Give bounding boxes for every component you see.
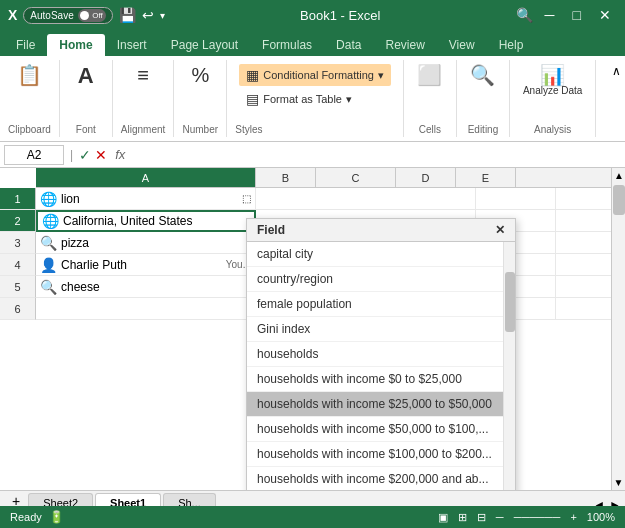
ribbon: 📋 Clipboard A Font ≡ Alignment % Number …: [0, 56, 625, 142]
cell-a2[interactable]: 🌐 California, United States: [36, 210, 256, 232]
formula-bar: A2 | ✓ ✕ fx: [0, 142, 625, 168]
cell-a3-icon: 🔍: [40, 235, 57, 251]
zoom-in-button[interactable]: +: [570, 511, 576, 523]
ribbon-group-clipboard: 📋 Clipboard: [0, 60, 60, 137]
search-icon[interactable]: 🔍: [516, 7, 533, 23]
cancel-icon[interactable]: ✕: [95, 147, 107, 163]
ribbon-group-alignment: ≡ Alignment: [113, 60, 174, 137]
cells-button[interactable]: ⬜: [412, 62, 448, 88]
dropdown-item-households-25k-50k[interactable]: households with income $25,000 to $50,00…: [247, 392, 515, 417]
conditional-formatting-label: Conditional Formatting: [263, 69, 374, 81]
status-bar: Ready 🔋 ▣ ⊞ ⊟ ─ ────── + 100%: [0, 506, 625, 528]
close-button[interactable]: ✕: [593, 5, 617, 25]
dropdown-item-capital-city[interactable]: capital city: [247, 242, 515, 267]
dropdown-item-households-100k-200k[interactable]: households with income $100,000 to $200.…: [247, 442, 515, 467]
dropdown-item-female-population[interactable]: female population: [247, 292, 515, 317]
number-button[interactable]: %: [182, 62, 218, 88]
zoom-level: 100%: [587, 511, 615, 523]
format-as-table-button[interactable]: ▤ Format as Table ▾: [239, 88, 391, 110]
cell-a5-icon: 🔍: [40, 279, 57, 295]
editing-label: Editing: [468, 122, 499, 135]
status-icon: 🔋: [49, 510, 64, 524]
zoom-slider[interactable]: ──────: [514, 511, 561, 523]
cell-a5[interactable]: 🔍 cheese: [36, 276, 256, 298]
check-icon[interactable]: ✓: [79, 147, 91, 163]
row-num-2: 2: [0, 210, 36, 232]
minimize-button[interactable]: ─: [539, 5, 561, 25]
tab-review[interactable]: Review: [373, 34, 436, 56]
dropdown-item-gini-index[interactable]: Gini index: [247, 317, 515, 342]
title-bar-right: 🔍 ─ □ ✕: [516, 5, 617, 25]
cell-a4-icon: 👤: [40, 257, 57, 273]
cell-a1[interactable]: 🌐 lion ⬚: [36, 188, 256, 210]
cell-a6[interactable]: [36, 298, 256, 320]
view-normal-icon[interactable]: ▣: [438, 511, 448, 524]
ribbon-collapse-button[interactable]: ∧: [612, 64, 621, 78]
ribbon-group-cells: ⬜ Cells: [404, 60, 457, 137]
dropdown-close-icon[interactable]: ✕: [495, 223, 505, 237]
tab-view[interactable]: View: [437, 34, 487, 56]
conditional-formatting-icon: ▦: [246, 67, 259, 83]
tab-page-layout[interactable]: Page Layout: [159, 34, 250, 56]
cell-a4[interactable]: 👤 Charlie Puth You...: [36, 254, 256, 276]
cell-b1[interactable]: [256, 188, 476, 210]
vertical-scrollbar[interactable]: ▲ ▼: [611, 168, 625, 490]
dropdown-item-households-0-25k[interactable]: households with income $0 to $25,000: [247, 367, 515, 392]
ribbon-group-styles: ▦ Conditional Formatting ▾ ▤ Format as T…: [227, 60, 404, 137]
styles-label: Styles: [235, 122, 262, 135]
status-left: Ready 🔋: [10, 510, 64, 524]
cell-a2-icon: 🌐: [42, 213, 59, 229]
conditional-formatting-button[interactable]: ▦ Conditional Formatting ▾: [239, 64, 391, 86]
dropdown-item-households-50k-100k[interactable]: households with income $50,000 to $100,.…: [247, 417, 515, 442]
col-header-c: C: [316, 168, 396, 187]
dropdown-item-households[interactable]: households: [247, 342, 515, 367]
undo-icon[interactable]: ↩: [142, 7, 154, 23]
restore-button[interactable]: □: [567, 5, 587, 25]
redo-chevron-icon[interactable]: ▾: [160, 10, 165, 21]
view-layout-icon[interactable]: ⊞: [458, 511, 467, 524]
alignment-icon: ≡: [137, 65, 149, 85]
clipboard-button[interactable]: 📋: [11, 62, 47, 88]
dropdown-scrollbar[interactable]: [503, 242, 515, 490]
tab-file[interactable]: File: [4, 34, 47, 56]
field-dropdown-panel[interactable]: Field ✕ capital city country/region fema…: [246, 218, 516, 490]
dropdown-item-households-200k-plus[interactable]: households with income $200,000 and ab..…: [247, 467, 515, 490]
ribbon-collapse-area: ∧: [608, 60, 625, 137]
view-break-icon[interactable]: ⊟: [477, 511, 486, 524]
dropdown-header-label: Field: [257, 223, 285, 237]
alignment-button[interactable]: ≡: [125, 62, 161, 88]
cells-label: Cells: [419, 122, 441, 135]
editing-icon: 🔍: [470, 65, 495, 85]
cell-a1-expand-icon[interactable]: ⬚: [242, 193, 251, 204]
font-label: Font: [76, 122, 96, 135]
save-icon[interactable]: 💾: [119, 7, 136, 23]
dropdown-list: capital city country/region female popul…: [247, 242, 515, 490]
tab-help[interactable]: Help: [487, 34, 536, 56]
cell-a1-icon: 🌐: [40, 191, 57, 207]
cell-reference-box[interactable]: A2: [4, 145, 64, 165]
scroll-up-arrow[interactable]: ▲: [612, 168, 625, 183]
scroll-down-arrow[interactable]: ▼: [612, 477, 625, 488]
title-bar-left: X AutoSave Off 💾 ↩ ▾: [8, 7, 165, 24]
editing-button[interactable]: 🔍: [465, 62, 501, 88]
cell-a5-value: cheese: [61, 280, 100, 294]
cell-a3[interactable]: 🔍 pizza: [36, 232, 256, 254]
title-bar-center: Book1 - Excel: [300, 8, 380, 23]
tab-data[interactable]: Data: [324, 34, 373, 56]
autosave-label: AutoSave: [30, 10, 73, 21]
column-headers: A B C D E: [36, 168, 625, 188]
dropdown-item-country-region[interactable]: country/region: [247, 267, 515, 292]
cell-c1[interactable]: [476, 188, 556, 210]
tab-home[interactable]: Home: [47, 34, 104, 56]
analyze-data-button[interactable]: 📊 Analyze Data: [518, 62, 587, 99]
dropdown-scroll-thumb: [505, 272, 515, 332]
formula-input[interactable]: [133, 148, 621, 162]
tab-formulas[interactable]: Formulas: [250, 34, 324, 56]
autosave-badge[interactable]: AutoSave Off: [23, 7, 112, 24]
tab-insert[interactable]: Insert: [105, 34, 159, 56]
font-button[interactable]: A: [68, 62, 104, 90]
ribbon-group-analysis: 📊 Analyze Data Analysis: [510, 60, 596, 137]
zoom-out-button[interactable]: ─: [496, 511, 504, 523]
autosave-toggle[interactable]: Off: [78, 9, 106, 22]
cells-icon: ⬜: [417, 65, 442, 85]
